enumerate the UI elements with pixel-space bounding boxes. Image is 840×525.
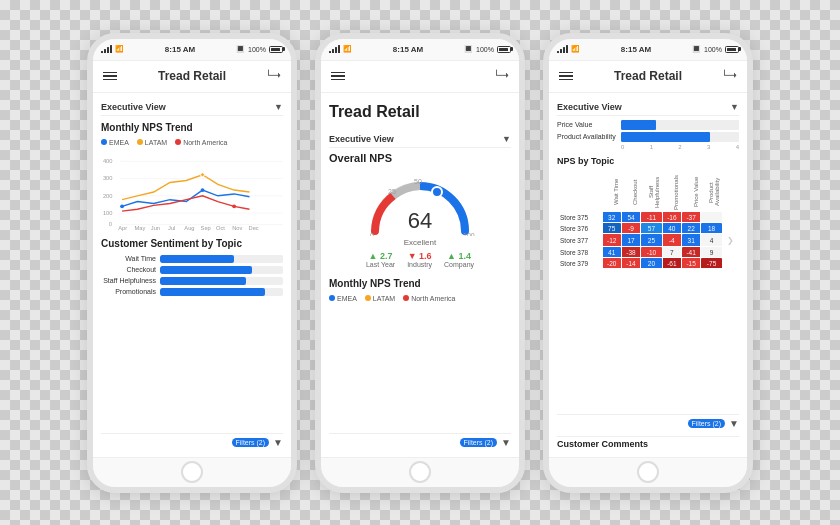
cell-1-4: 22 bbox=[682, 223, 701, 234]
cell-4-1: -14 bbox=[621, 258, 640, 269]
svg-text:0: 0 bbox=[370, 232, 374, 236]
menu-button-3[interactable] bbox=[559, 72, 573, 81]
time-3: 8:15 AM bbox=[621, 45, 651, 54]
cell-3-5: 9 bbox=[701, 247, 722, 258]
heatmap-col-4: Price Value bbox=[682, 172, 701, 212]
signal-icon bbox=[101, 45, 112, 53]
exec-view-label-2: Executive View bbox=[329, 134, 394, 144]
svg-text:Jul: Jul bbox=[168, 225, 175, 231]
gauge-stats: ▲ 2.7 Last Year ▼ 1.6 Industry ▲ 1.4 Com… bbox=[366, 251, 474, 268]
battery-area-1: 🔳 100% bbox=[236, 45, 283, 53]
share-button-1[interactable]: ⮡ bbox=[267, 68, 281, 84]
heatmap-table: Wait Time Checkout Staff Helpfulness Pro… bbox=[557, 172, 739, 270]
phone-bottom-3 bbox=[549, 457, 747, 487]
heatmap-col-0: Wait Time bbox=[602, 172, 621, 212]
legend-emea-2: EMEA bbox=[329, 295, 357, 302]
gauge-sublabel: Excellent bbox=[404, 238, 436, 247]
legend-1: EMEA LATAM North America bbox=[101, 139, 283, 146]
svg-point-23 bbox=[432, 187, 442, 197]
cell-2-0: -12 bbox=[602, 234, 621, 247]
home-button-1[interactable] bbox=[181, 461, 203, 483]
filter-icon-1[interactable]: ▼ bbox=[273, 437, 283, 448]
svg-point-20 bbox=[201, 188, 205, 192]
bar-row-1: Checkout bbox=[101, 266, 283, 274]
filters-bar-1: Filters (2) ▼ bbox=[101, 433, 283, 451]
exec-axis: 0 1 2 3 4 bbox=[557, 144, 739, 150]
bar-row-2: Staff Helpfulness bbox=[101, 277, 283, 285]
svg-text:300: 300 bbox=[103, 175, 113, 181]
legend-latam-2: LATAM bbox=[365, 295, 395, 302]
phone-1: 📶 8:15 AM 🔳 100% Tread Retail ⮡ Executiv… bbox=[87, 33, 297, 493]
cell-0-0: 32 bbox=[602, 212, 621, 223]
cell-0-3: -16 bbox=[662, 212, 681, 223]
exec-dropdown-arrow-1[interactable]: ▼ bbox=[274, 102, 283, 112]
heatmap-store-2: Store 377 bbox=[558, 234, 603, 247]
menu-button-2[interactable] bbox=[331, 72, 345, 81]
legend-emea-label-2: EMEA bbox=[337, 295, 357, 302]
gauge-stat-label-1: Industry bbox=[407, 261, 432, 268]
bar-track-0 bbox=[160, 255, 283, 263]
header-title-1: Tread Retail bbox=[158, 69, 226, 83]
filter-icon-2[interactable]: ▼ bbox=[501, 437, 511, 448]
exec-bar-row-1: Product Availability bbox=[557, 132, 739, 142]
bar-label-0: Wait Time bbox=[101, 255, 156, 262]
gauge-stat-0: ▲ 2.7 Last Year bbox=[366, 251, 395, 268]
cell-4-2: 20 bbox=[641, 258, 662, 269]
exec-view-header-3[interactable]: Executive View ▼ bbox=[557, 99, 739, 116]
big-title-2: Tread Retail bbox=[329, 103, 511, 121]
nps-by-topic-title: NPS by Topic bbox=[557, 156, 739, 166]
cell-0-1: 54 bbox=[621, 212, 640, 223]
exec-view-header-1[interactable]: Executive View ▼ bbox=[101, 99, 283, 116]
share-button-2[interactable]: ⮡ bbox=[495, 68, 509, 84]
cell-4-0: -20 bbox=[602, 258, 621, 269]
cell-1-2: 57 bbox=[641, 223, 662, 234]
svg-point-22 bbox=[232, 204, 236, 208]
cell-2-5: 4 bbox=[701, 234, 722, 247]
bar-label-2: Staff Helpfulness bbox=[101, 277, 156, 284]
phone-content-1: Executive View ▼ Monthly NPS Trend EMEA … bbox=[93, 93, 291, 457]
signal-area-3: 📶 bbox=[557, 45, 580, 53]
wifi-icon-3: 📶 bbox=[571, 45, 580, 53]
home-button-3[interactable] bbox=[637, 461, 659, 483]
cell-3-2: -10 bbox=[641, 247, 662, 258]
svg-text:100: 100 bbox=[103, 209, 113, 215]
legend-na-label-2: North America bbox=[411, 295, 455, 302]
signal-area-2: 📶 bbox=[329, 45, 352, 53]
legend-latam-1: LATAM bbox=[137, 139, 167, 146]
filters-badge-1[interactable]: Filters (2) bbox=[232, 438, 270, 447]
menu-button-1[interactable] bbox=[103, 72, 117, 81]
exec-dropdown-arrow-2[interactable]: ▼ bbox=[502, 134, 511, 144]
signal-icon-3 bbox=[557, 45, 568, 53]
phone-content-3: Executive View ▼ Price Value Product Ava… bbox=[549, 93, 747, 457]
gauge-stat-1: ▼ 1.6 Industry bbox=[407, 251, 432, 268]
cell-2-3: -4 bbox=[662, 234, 681, 247]
svg-text:25: 25 bbox=[388, 188, 396, 195]
legend-na-2: North America bbox=[403, 295, 455, 302]
exec-bar-label-1: Product Availability bbox=[557, 133, 617, 140]
battery-label-3: 100% bbox=[704, 46, 722, 53]
exec-dropdown-arrow-3[interactable]: ▼ bbox=[730, 102, 739, 112]
legend-emea-1: EMEA bbox=[101, 139, 129, 146]
status-bar-1: 📶 8:15 AM 🔳 100% bbox=[93, 39, 291, 61]
battery-area-3: 🔳 100% bbox=[692, 45, 739, 53]
svg-text:Dec: Dec bbox=[249, 225, 259, 231]
svg-point-21 bbox=[201, 172, 205, 176]
sentiment-title-1: Customer Sentiment by Topic bbox=[101, 238, 283, 249]
app-header-1: Tread Retail ⮡ bbox=[93, 61, 291, 93]
cell-0-4: -37 bbox=[682, 212, 701, 223]
gauge-stat-val-1: ▼ 1.6 bbox=[408, 251, 432, 261]
phone-bottom-1 bbox=[93, 457, 291, 487]
share-button-3[interactable]: ⮡ bbox=[723, 68, 737, 84]
cell-2-1: 17 bbox=[621, 234, 640, 247]
battery-label-1: 100% bbox=[248, 46, 266, 53]
signal-area-1: 📶 bbox=[101, 45, 124, 53]
heatmap-col-5: Product Availability bbox=[701, 172, 722, 212]
filters-badge-3[interactable]: Filters (2) bbox=[688, 419, 726, 428]
wifi-icon: 📶 bbox=[115, 45, 124, 53]
wifi-icon-2: 📶 bbox=[343, 45, 352, 53]
home-button-2[interactable] bbox=[409, 461, 431, 483]
exec-view-header-2[interactable]: Executive View ▼ bbox=[329, 131, 511, 148]
bar-track-2 bbox=[160, 277, 283, 285]
filters-badge-2[interactable]: Filters (2) bbox=[460, 438, 498, 447]
filter-icon-3[interactable]: ▼ bbox=[729, 418, 739, 429]
